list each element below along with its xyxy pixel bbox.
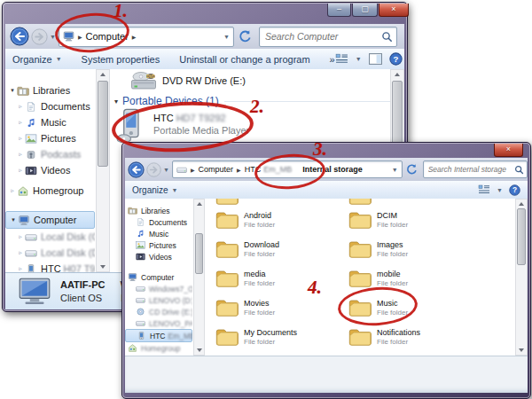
sidebar-item-lenovo-d[interactable]: LENOVO (D:) bbox=[125, 294, 192, 306]
folder-my-documents[interactable]: My DocumentsFile folder bbox=[215, 328, 297, 347]
disk-icon bbox=[136, 319, 145, 327]
refresh-icon[interactable] bbox=[238, 29, 252, 43]
sidebar-item-label-redacted: Em_MB bbox=[168, 332, 192, 340]
toolbar-item-organize[interactable]: Organize▼ bbox=[132, 185, 178, 195]
breadcrumb-internal-storage[interactable]: Internal storage bbox=[302, 165, 363, 174]
folder-dcim[interactable]: DCIMFile folder bbox=[348, 211, 408, 230]
sidebar-item-videos[interactable]: ▹Videos bbox=[5, 162, 95, 178]
search-input[interactable] bbox=[426, 164, 514, 175]
sidebar-item-music[interactable]: ▹Music bbox=[5, 114, 95, 130]
sidebar-item-libraries[interactable]: Libraries bbox=[125, 205, 192, 216]
search-icon[interactable] bbox=[381, 31, 393, 43]
sidebar-item-homegroup[interactable]: Homegroup bbox=[125, 342, 192, 354]
forward-button[interactable] bbox=[146, 162, 161, 177]
sidebar-item-htc[interactable]: ▹HTCH07 T9292 bbox=[5, 261, 95, 272]
expand-icon[interactable]: ▹ bbox=[16, 167, 25, 174]
help-icon[interactable]: ? bbox=[509, 184, 520, 196]
main-scrollbar[interactable] bbox=[515, 199, 528, 356]
scroll-down-icon[interactable] bbox=[197, 348, 202, 352]
address-bar[interactable]: ▶ Computer ▶ ▼ bbox=[59, 27, 234, 47]
history-dropdown-icon[interactable]: ▼ bbox=[163, 167, 169, 173]
history-dropdown-icon[interactable]: ▼ bbox=[50, 34, 56, 40]
scroll-up-icon[interactable] bbox=[197, 202, 202, 206]
expand-icon[interactable]: ▹ bbox=[16, 151, 25, 158]
preview-pane-icon[interactable] bbox=[369, 53, 382, 65]
search-icon[interactable] bbox=[514, 165, 524, 175]
folder-android[interactable]: AndroidFile folder bbox=[215, 211, 275, 230]
folder-mobile[interactable]: mobileFile folder bbox=[348, 270, 408, 288]
sidebar-scrollbar[interactable] bbox=[96, 69, 110, 272]
help-icon[interactable]: ? bbox=[389, 52, 403, 66]
scroll-up-icon[interactable] bbox=[395, 73, 400, 76]
folder-type-label: File folder bbox=[377, 221, 408, 230]
sidebar-item-local-disk-d[interactable]: ▹Local Disk (D:) bbox=[5, 245, 95, 261]
close-button[interactable]: × bbox=[379, 4, 409, 17]
folder-download[interactable]: DownloadFile folder bbox=[215, 240, 279, 259]
sidebar-item-pictures[interactable]: Pictures bbox=[125, 239, 192, 251]
homegroup-icon bbox=[128, 344, 137, 352]
window1-navigation-bar: ▼ ▶ Computer ▶ ▼ bbox=[5, 24, 404, 50]
sidebar-item-pictures[interactable]: ▹Pictures bbox=[5, 130, 95, 146]
search-box[interactable] bbox=[423, 160, 528, 178]
address-dropdown-icon[interactable]: ▼ bbox=[392, 167, 398, 173]
views-icon[interactable] bbox=[478, 184, 490, 195]
folder-music[interactable]: MusicFile folder bbox=[348, 299, 408, 317]
collapse-icon[interactable]: ▾ bbox=[9, 216, 18, 223]
sidebar-item-computer[interactable]: Computer bbox=[125, 271, 192, 283]
sidebar-item-local-disk-c[interactable]: ▹Local Disk (C:) bbox=[5, 229, 95, 245]
forward-button[interactable] bbox=[31, 28, 48, 45]
toolbar-item-system-properties[interactable]: System properties bbox=[82, 54, 160, 65]
folder-list: AndroidFile folderDownloadFile foldermed… bbox=[204, 199, 516, 356]
sidebar-item-lenovo-part-f[interactable]: LENOVO_PART (F:) bbox=[125, 317, 192, 329]
close-button[interactable]: × bbox=[494, 144, 523, 157]
scroll-down-icon[interactable] bbox=[100, 265, 106, 269]
sidebar-item-computer[interactable]: ▾Computer bbox=[5, 211, 95, 229]
sidebar-item-windows7-os-c[interactable]: Windows7_OS (C:) bbox=[125, 283, 192, 294]
sidebar-item-documents[interactable]: Documents bbox=[125, 216, 192, 228]
breadcrumb-device[interactable]: HTC bbox=[245, 165, 262, 174]
breadcrumb-computer[interactable]: Computer bbox=[199, 165, 234, 174]
sidebar-item-homegroup[interactable]: ▹Homegroup bbox=[5, 183, 95, 199]
scroll-down-icon[interactable] bbox=[519, 348, 524, 352]
address-dropdown-icon[interactable]: ▼ bbox=[223, 34, 230, 40]
refresh-icon[interactable] bbox=[405, 163, 418, 176]
scroll-up-icon[interactable] bbox=[519, 202, 524, 206]
back-button[interactable] bbox=[128, 161, 145, 178]
maximize-button[interactable]: ▢ bbox=[352, 4, 378, 17]
search-box[interactable] bbox=[259, 27, 397, 47]
sidebar-item-htc[interactable]: HTCEm_MB bbox=[125, 329, 192, 342]
portable-devices-section-header[interactable]: ▾ Portable Devices (1) bbox=[114, 95, 391, 107]
toolbar-item-organize[interactable]: Organize▼ bbox=[12, 54, 62, 65]
folder-movies[interactable]: MoviesFile folder bbox=[215, 299, 275, 317]
minimize-button[interactable]: – bbox=[327, 4, 351, 17]
htc-device-item[interactable]: HTC HD7 T9292 Portable Media Player bbox=[116, 108, 249, 144]
dvd-drive-item[interactable]: DVD DVD RW Drive (E:) bbox=[109, 69, 391, 91]
expand-icon[interactable]: ▹ bbox=[8, 187, 17, 194]
toolbar-item-uninstall-or-change-a-program[interactable]: Uninstall or change a program bbox=[179, 54, 309, 65]
sidebar-item-podcasts[interactable]: ▹Podcasts bbox=[5, 146, 95, 162]
expand-icon[interactable]: ▹ bbox=[16, 233, 25, 240]
expand-icon[interactable]: ▹ bbox=[16, 135, 25, 142]
expand-icon[interactable]: ▹ bbox=[16, 103, 25, 110]
expand-icon[interactable]: ▹ bbox=[16, 265, 25, 272]
section-collapse-icon[interactable]: ▾ bbox=[114, 98, 118, 106]
search-input[interactable] bbox=[263, 30, 381, 43]
back-button[interactable] bbox=[10, 27, 29, 46]
views-dropdown-icon[interactable]: ▼ bbox=[497, 187, 503, 193]
expand-icon[interactable]: ▹ bbox=[16, 249, 25, 256]
views-icon[interactable] bbox=[335, 53, 348, 65]
sidebar-item-videos[interactable]: Videos bbox=[125, 251, 192, 262]
sidebar-item-libraries[interactable]: ▾Libraries bbox=[5, 82, 95, 98]
folder-notifications[interactable]: NotificationsFile folder bbox=[348, 328, 420, 347]
folder-images[interactable]: ImagesFile folder bbox=[348, 240, 408, 259]
expand-icon[interactable]: ▹ bbox=[16, 119, 25, 126]
folder-media[interactable]: mediaFile folder bbox=[215, 270, 275, 288]
views-dropdown-icon[interactable]: ▼ bbox=[356, 56, 362, 62]
sidebar-item-music[interactable]: Music bbox=[125, 228, 192, 239]
breadcrumb-computer[interactable]: Computer bbox=[86, 31, 129, 42]
scroll-up-icon[interactable] bbox=[100, 73, 106, 76]
sidebar-item-documents[interactable]: ▹Documents bbox=[5, 98, 95, 114]
address-bar[interactable]: ▶ Computer ▶ HTC Em_MB Internal storage … bbox=[172, 160, 403, 178]
collapse-icon[interactable]: ▾ bbox=[8, 87, 17, 94]
sidebar-item-cd-drive-e-htc[interactable]: CD Drive (E:) HTC bbox=[125, 306, 192, 317]
